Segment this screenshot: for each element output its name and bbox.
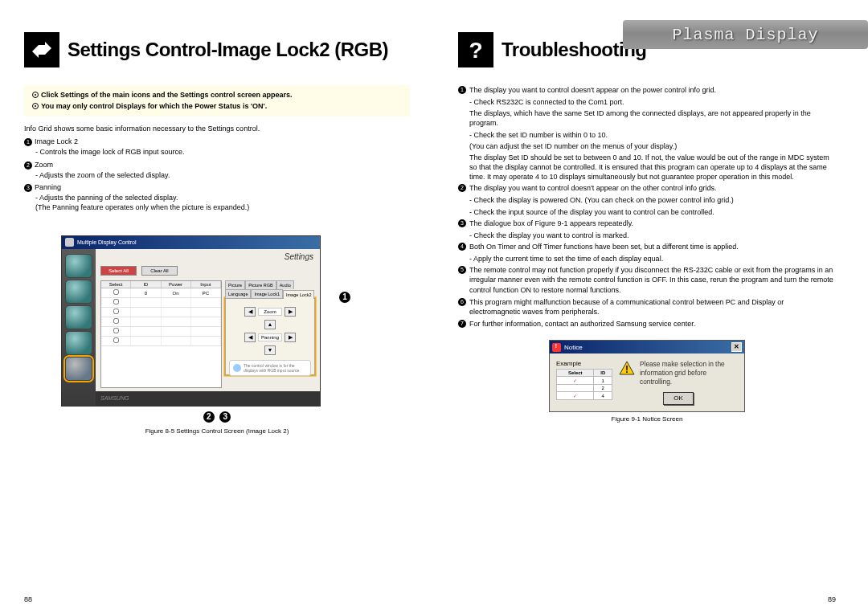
trouble-item: 2The display you want to control doesn't… <box>458 183 836 193</box>
svg-text:?: ? <box>469 38 482 63</box>
notice-title-icon <box>552 343 561 352</box>
app-titlebar: Multiple Display Control <box>62 236 320 249</box>
trouble-item: 5The remote control may not function pro… <box>458 265 836 294</box>
clear-all-button[interactable]: Clear All <box>141 266 178 276</box>
grid-col-select: Select <box>101 281 131 288</box>
tab-picture[interactable]: Picture <box>225 280 245 289</box>
item-3-sub: - Adjusts the panning of the selected di… <box>35 194 410 212</box>
notice-close-button[interactable]: ✕ <box>731 342 742 352</box>
info-icon <box>233 364 241 372</box>
item-1-sub: - Controls the image lock of RGB input s… <box>35 148 410 157</box>
panning-left-button[interactable]: ◀ <box>244 333 256 342</box>
tab-audio[interactable]: Audio <box>276 280 294 289</box>
grid-row-checkbox[interactable] <box>113 289 119 295</box>
troubleshooting-list: 1The display you want to control doesn't… <box>458 85 836 329</box>
warning-icon: ! <box>619 360 635 376</box>
sidebar-settings-icon[interactable] <box>65 357 92 381</box>
header-brand-text: Plasma Display <box>672 26 818 44</box>
notice-title-text: Notice <box>564 344 583 351</box>
trouble-item: 1The display you want to control doesn't… <box>458 85 836 95</box>
tab-imagelock1[interactable]: Image Lock1 <box>251 289 283 298</box>
grid-col-input: Input <box>191 281 221 288</box>
right-page: Plasma Display ? Troubleshooting 1The di… <box>434 0 868 613</box>
select-all-button[interactable]: Select All <box>100 266 137 276</box>
app-title-icon <box>65 238 74 247</box>
panning-down-button[interactable]: ▼ <box>264 345 276 355</box>
tabs-panel: Picture Picture RGB Audio Language Image… <box>225 280 315 388</box>
notice-message: Please make selection in the information… <box>640 360 738 386</box>
figure-8-5-caption: Figure 8-5 Settings Control Screen (Imag… <box>24 427 410 435</box>
trouble-sub: The displays, which have the same Set ID… <box>469 108 836 128</box>
info-note: The control window is for the displays w… <box>229 360 311 376</box>
trouble-item: 3The dialogue box of Figure 9-1 appears … <box>458 219 836 228</box>
tab-language[interactable]: Language <box>225 289 251 298</box>
grid-col-power: Power <box>162 281 191 288</box>
panning-right-button[interactable]: ▶ <box>285 333 296 342</box>
notice-dialog: Notice ✕ Example SelectID ✓1 2 ✓4 <box>549 340 745 412</box>
left-title: Settings Control-Image Lock2 (RGB) <box>68 39 388 61</box>
trouble-item: 4Both On Timer and Off Timer functions h… <box>458 242 836 251</box>
trouble-item: 7For further information, contact an aut… <box>458 319 836 329</box>
figure-9-1-caption: Figure 9-1 Notice Screen <box>549 415 745 423</box>
trouble-sub: - Check the display you want to control … <box>469 231 836 240</box>
page-number-right: 89 <box>828 595 836 603</box>
app-sidebar <box>62 249 96 406</box>
callout-3: 3 <box>219 411 231 423</box>
zoom-left-button[interactable]: ◀ <box>244 307 256 317</box>
tab-imagelock2[interactable]: Image Lock2 <box>283 290 315 299</box>
notice-example-grid: Example SelectID ✓1 2 ✓4 <box>556 360 612 400</box>
callout-1: 1 <box>339 292 350 303</box>
trouble-sub: - Apply the current time to set the time… <box>469 254 836 264</box>
note-line-1: Click Settings of the main icons and the… <box>41 91 293 99</box>
trouble-sub: - Check RS232C is connected to the Com1 … <box>469 97 836 107</box>
sidebar-power-icon[interactable] <box>65 254 92 278</box>
app-section-label: Settings <box>96 249 320 264</box>
header-brand-bar: Plasma Display <box>623 20 868 49</box>
item-3: 3Panning <box>24 183 410 192</box>
notice-ok-button[interactable]: OK <box>663 392 694 405</box>
tab-picture-rgb[interactable]: Picture RGB <box>245 280 276 289</box>
app-footer: SAMSUNG <box>96 391 320 406</box>
callout-2: 2 <box>203 411 215 423</box>
svg-text:!: ! <box>625 364 628 375</box>
notice-titlebar: Notice ✕ <box>550 341 744 353</box>
trouble-sub: The display Set ID should be set to betw… <box>469 153 836 182</box>
sidebar-time-icon[interactable] <box>65 331 92 355</box>
note-line-2: You may only control Displays for which … <box>41 102 267 110</box>
trouble-sub: - Check the display is powered ON. (You … <box>469 195 836 205</box>
left-page: Settings Control-Image Lock2 (RGB) Click… <box>0 0 434 613</box>
zoom-right-button[interactable]: ▶ <box>285 307 296 317</box>
panning-up-button[interactable]: ▲ <box>264 320 276 329</box>
app-title-text: Multiple Display Control <box>77 239 137 245</box>
info-grid: Select ID Power Input 0 On PC <box>100 280 222 388</box>
sidebar-aspect-icon[interactable] <box>65 305 92 329</box>
grid-row[interactable]: 0 On PC <box>101 288 221 298</box>
trouble-sub: (You can adjust the set ID number on the… <box>469 141 836 151</box>
trouble-sub: - Check the set ID number is within 0 to… <box>469 130 836 140</box>
panning-label: Panning <box>258 333 282 341</box>
note-box: Click Settings of the main icons and the… <box>24 85 410 116</box>
notice-example-label: Example <box>556 360 612 367</box>
trouble-sub: - Check the input source of the display … <box>469 207 836 217</box>
settings-arrows-icon <box>24 32 59 67</box>
app-screenshot: Multiple Display Control Settings Select… <box>61 235 321 407</box>
sidebar-input-icon[interactable] <box>65 280 92 304</box>
item-2-sub: - Adjusts the zoom of the selected displ… <box>35 171 410 181</box>
item-1: 1Image Lock 2 <box>24 137 410 146</box>
zoom-label: Zoom <box>258 308 282 316</box>
footer-logo: SAMSUNG <box>100 395 129 401</box>
left-title-row: Settings Control-Image Lock2 (RGB) <box>24 32 410 67</box>
intro-text: Info Grid shows some basic information n… <box>24 125 410 133</box>
tab-imagelock2-body: ◀ Zoom ▶ ▲ ◀ Panning ▶ ▼ <box>225 298 315 375</box>
item-2: 2Zoom <box>24 161 410 170</box>
trouble-item: 6This program might malfunction because … <box>458 297 836 317</box>
question-icon: ? <box>458 32 493 67</box>
page-number-left: 88 <box>24 595 32 603</box>
callouts-bottom: 2 3 <box>24 411 410 423</box>
grid-col-id: ID <box>131 281 161 288</box>
